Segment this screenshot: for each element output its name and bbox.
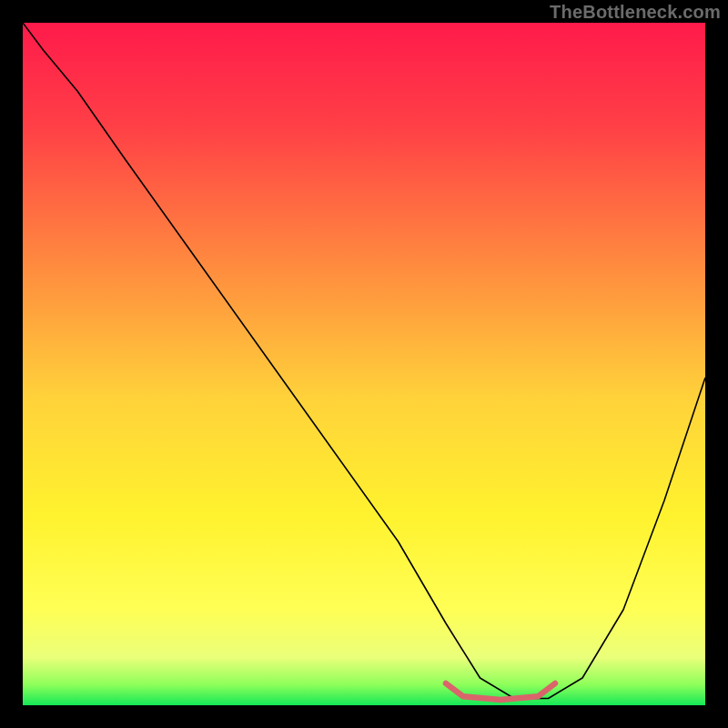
chart-plot-area [23,23,705,705]
watermark-text: TheBottleneck.com [550,2,721,23]
chart-background [23,23,705,705]
chart-svg [23,23,705,705]
